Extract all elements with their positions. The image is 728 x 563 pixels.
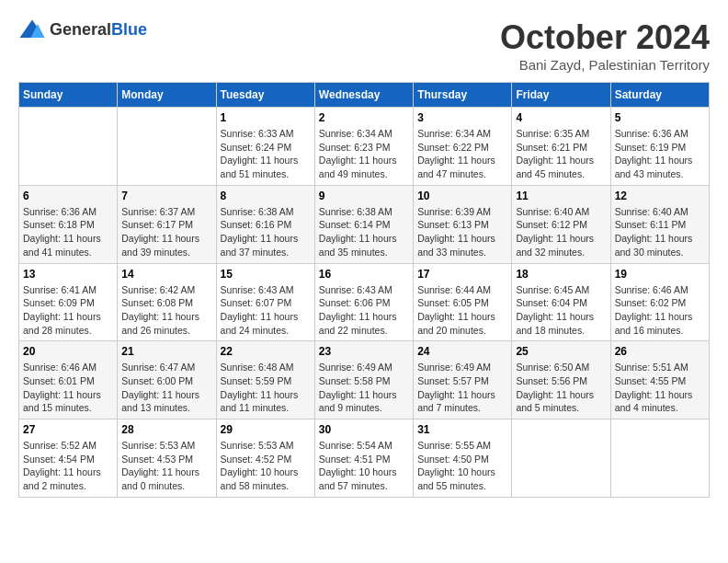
calendar-cell: 8Sunrise: 6:38 AM Sunset: 6:16 PM Daylig…: [216, 185, 314, 263]
calendar-cell: 23Sunrise: 6:49 AM Sunset: 5:58 PM Dayli…: [314, 341, 413, 419]
title-block: October 2024 Bani Zayd, Palestinian Terr…: [500, 18, 710, 73]
calendar-week-row: 1Sunrise: 6:33 AM Sunset: 6:24 PM Daylig…: [19, 108, 710, 186]
day-info: Sunrise: 6:45 AM Sunset: 6:04 PM Dayligh…: [516, 283, 606, 338]
day-info: Sunrise: 6:47 AM Sunset: 6:00 PM Dayligh…: [121, 361, 211, 415]
location-title: Bani Zayd, Palestinian Territory: [500, 57, 710, 73]
day-info: Sunrise: 6:35 AM Sunset: 6:21 PM Dayligh…: [516, 127, 606, 181]
day-number: 9: [319, 190, 409, 202]
weekday-header: Friday: [512, 83, 610, 108]
calendar-cell: 15Sunrise: 6:43 AM Sunset: 6:07 PM Dayli…: [216, 263, 314, 341]
day-number: 21: [121, 345, 211, 358]
day-info: Sunrise: 6:40 AM Sunset: 6:11 PM Dayligh…: [615, 205, 705, 259]
weekday-header-row: SundayMondayTuesdayWednesdayThursdayFrid…: [19, 83, 710, 108]
calendar-cell: 10Sunrise: 6:39 AM Sunset: 6:13 PM Dayli…: [414, 185, 512, 263]
day-number: 4: [516, 111, 606, 124]
calendar-cell: 18Sunrise: 6:45 AM Sunset: 6:04 PM Dayli…: [512, 263, 610, 341]
day-number: 14: [121, 268, 211, 281]
calendar-cell: 4Sunrise: 6:35 AM Sunset: 6:21 PM Daylig…: [512, 108, 610, 186]
calendar-cell: 11Sunrise: 6:40 AM Sunset: 6:12 PM Dayli…: [512, 185, 610, 263]
day-info: Sunrise: 6:33 AM Sunset: 6:24 PM Dayligh…: [221, 127, 311, 181]
day-info: Sunrise: 6:34 AM Sunset: 6:23 PM Dayligh…: [319, 127, 409, 181]
day-number: 16: [319, 268, 409, 281]
day-number: 17: [417, 268, 507, 281]
day-number: 11: [516, 190, 606, 202]
calendar-cell: 3Sunrise: 6:34 AM Sunset: 6:22 PM Daylig…: [414, 108, 512, 186]
calendar-cell: 16Sunrise: 6:43 AM Sunset: 6:06 PM Dayli…: [314, 263, 413, 341]
day-number: 25: [516, 345, 606, 358]
day-info: Sunrise: 6:34 AM Sunset: 6:22 PM Dayligh…: [417, 127, 507, 181]
calendar-cell: 2Sunrise: 6:34 AM Sunset: 6:23 PM Daylig…: [314, 108, 413, 186]
calendar-cell: 13Sunrise: 6:41 AM Sunset: 6:09 PM Dayli…: [19, 263, 118, 341]
calendar-cell: [19, 108, 118, 186]
day-info: Sunrise: 5:53 AM Sunset: 4:53 PM Dayligh…: [121, 439, 211, 493]
page-header: General Blue October 2024 Bani Zayd, Pal…: [18, 18, 710, 73]
day-number: 28: [121, 423, 211, 436]
day-number: 20: [23, 345, 113, 358]
calendar-week-row: 27Sunrise: 5:52 AM Sunset: 4:54 PM Dayli…: [19, 419, 710, 498]
day-info: Sunrise: 6:50 AM Sunset: 5:56 PM Dayligh…: [516, 361, 606, 415]
weekday-header: Thursday: [414, 83, 512, 108]
day-info: Sunrise: 6:42 AM Sunset: 6:08 PM Dayligh…: [121, 283, 211, 338]
day-info: Sunrise: 6:49 AM Sunset: 5:57 PM Dayligh…: [417, 361, 507, 415]
day-number: 26: [615, 345, 705, 358]
calendar-cell: 25Sunrise: 6:50 AM Sunset: 5:56 PM Dayli…: [512, 341, 610, 419]
day-number: 10: [417, 190, 507, 202]
calendar-cell: 22Sunrise: 6:48 AM Sunset: 5:59 PM Dayli…: [216, 341, 314, 419]
day-info: Sunrise: 6:46 AM Sunset: 6:02 PM Dayligh…: [615, 283, 705, 338]
day-number: 22: [221, 345, 311, 358]
day-info: Sunrise: 5:51 AM Sunset: 4:55 PM Dayligh…: [615, 361, 705, 415]
calendar-cell: 14Sunrise: 6:42 AM Sunset: 6:08 PM Dayli…: [118, 263, 216, 341]
calendar-cell: 12Sunrise: 6:40 AM Sunset: 6:11 PM Dayli…: [610, 185, 709, 263]
calendar-cell: 19Sunrise: 6:46 AM Sunset: 6:02 PM Dayli…: [610, 263, 709, 341]
day-number: 13: [23, 268, 113, 281]
day-number: 15: [221, 268, 311, 281]
calendar-cell: [610, 419, 709, 498]
calendar-cell: 29Sunrise: 5:53 AM Sunset: 4:52 PM Dayli…: [216, 419, 314, 498]
calendar-cell: 5Sunrise: 6:36 AM Sunset: 6:19 PM Daylig…: [610, 108, 709, 186]
day-info: Sunrise: 5:52 AM Sunset: 4:54 PM Dayligh…: [23, 439, 113, 493]
day-number: 3: [417, 111, 507, 124]
weekday-header: Tuesday: [216, 83, 314, 108]
day-info: Sunrise: 6:48 AM Sunset: 5:59 PM Dayligh…: [221, 361, 311, 415]
calendar-table: SundayMondayTuesdayWednesdayThursdayFrid…: [18, 82, 710, 498]
calendar-week-row: 13Sunrise: 6:41 AM Sunset: 6:09 PM Dayli…: [19, 263, 710, 341]
calendar-cell: 9Sunrise: 6:38 AM Sunset: 6:14 PM Daylig…: [314, 185, 413, 263]
day-info: Sunrise: 6:44 AM Sunset: 6:05 PM Dayligh…: [417, 283, 507, 338]
day-info: Sunrise: 6:39 AM Sunset: 6:13 PM Dayligh…: [417, 205, 507, 259]
calendar-cell: 17Sunrise: 6:44 AM Sunset: 6:05 PM Dayli…: [414, 263, 512, 341]
calendar-cell: 26Sunrise: 5:51 AM Sunset: 4:55 PM Dayli…: [610, 341, 709, 419]
day-number: 7: [121, 190, 211, 202]
day-info: Sunrise: 6:43 AM Sunset: 6:06 PM Dayligh…: [319, 283, 409, 338]
calendar-cell: 30Sunrise: 5:54 AM Sunset: 4:51 PM Dayli…: [314, 419, 413, 498]
calendar-week-row: 6Sunrise: 6:36 AM Sunset: 6:18 PM Daylig…: [19, 185, 710, 263]
day-number: 5: [615, 111, 705, 124]
day-number: 29: [221, 423, 311, 436]
calendar-cell: 6Sunrise: 6:36 AM Sunset: 6:18 PM Daylig…: [19, 185, 118, 263]
weekday-header: Sunday: [19, 83, 118, 108]
day-info: Sunrise: 6:41 AM Sunset: 6:09 PM Dayligh…: [23, 283, 113, 338]
day-info: Sunrise: 6:37 AM Sunset: 6:17 PM Dayligh…: [121, 205, 211, 259]
calendar-cell: 7Sunrise: 6:37 AM Sunset: 6:17 PM Daylig…: [118, 185, 216, 263]
day-info: Sunrise: 5:53 AM Sunset: 4:52 PM Dayligh…: [221, 439, 311, 493]
calendar-week-row: 20Sunrise: 6:46 AM Sunset: 6:01 PM Dayli…: [19, 341, 710, 419]
day-number: 2: [319, 111, 409, 124]
month-title: October 2024: [500, 18, 710, 57]
logo-general: General: [50, 20, 111, 40]
calendar-cell: [118, 108, 216, 186]
calendar-cell: 20Sunrise: 6:46 AM Sunset: 6:01 PM Dayli…: [19, 341, 118, 419]
day-number: 23: [319, 345, 409, 358]
day-info: Sunrise: 6:38 AM Sunset: 6:14 PM Dayligh…: [319, 205, 409, 259]
day-info: Sunrise: 5:55 AM Sunset: 4:50 PM Dayligh…: [417, 439, 507, 493]
day-info: Sunrise: 6:40 AM Sunset: 6:12 PM Dayligh…: [516, 205, 606, 259]
calendar-cell: 31Sunrise: 5:55 AM Sunset: 4:50 PM Dayli…: [414, 419, 512, 498]
logo-blue: Blue: [111, 20, 147, 40]
weekday-header: Wednesday: [314, 83, 413, 108]
weekday-header: Saturday: [610, 83, 709, 108]
day-number: 31: [417, 423, 507, 436]
day-info: Sunrise: 6:43 AM Sunset: 6:07 PM Dayligh…: [221, 283, 311, 338]
calendar-cell: 21Sunrise: 6:47 AM Sunset: 6:00 PM Dayli…: [118, 341, 216, 419]
logo-icon: [18, 18, 46, 40]
day-number: 12: [615, 190, 705, 202]
day-number: 19: [615, 268, 705, 281]
day-info: Sunrise: 6:46 AM Sunset: 6:01 PM Dayligh…: [23, 361, 113, 415]
